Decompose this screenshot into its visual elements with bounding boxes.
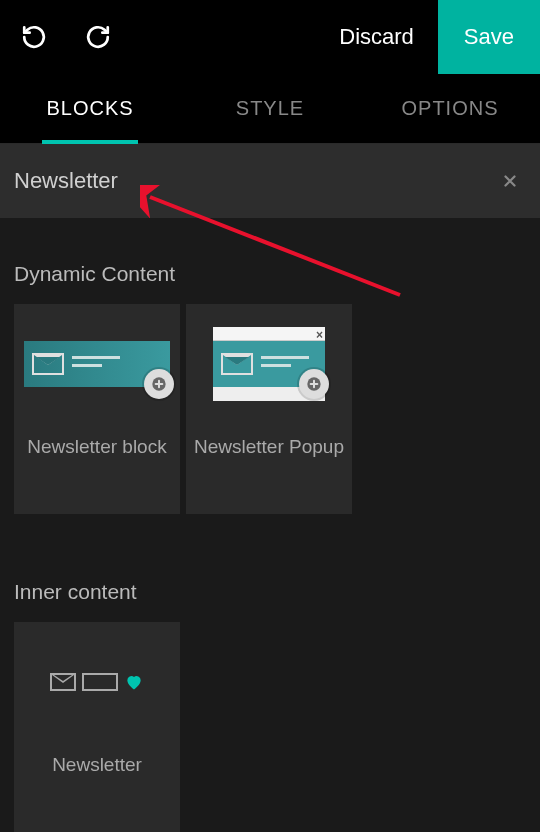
tab-style[interactable]: STYLE bbox=[180, 74, 360, 143]
redo-button[interactable] bbox=[80, 19, 116, 55]
blocks-row: Newsletter bbox=[14, 622, 526, 832]
newsletter-inner-preview bbox=[50, 672, 144, 692]
undo-icon bbox=[21, 24, 47, 50]
heart-icon bbox=[124, 672, 144, 692]
close-icon bbox=[501, 172, 519, 190]
popup-titlebar: × bbox=[213, 327, 325, 341]
block-label: Newsletter Popup bbox=[186, 434, 352, 514]
history-controls bbox=[10, 19, 116, 55]
save-button[interactable]: Save bbox=[438, 0, 540, 74]
add-badge bbox=[299, 369, 329, 399]
section-dynamic-content: Dynamic Content Newsletter block × bbox=[0, 218, 540, 514]
text-lines-icon bbox=[261, 356, 309, 372]
envelope-icon bbox=[32, 353, 64, 375]
block-newsletter-inner[interactable]: Newsletter bbox=[14, 622, 180, 832]
envelope-icon bbox=[221, 353, 253, 375]
plus-icon bbox=[306, 376, 322, 392]
text-lines-icon bbox=[72, 356, 120, 372]
section-inner-content: Inner content Newsletter bbox=[0, 514, 540, 832]
input-icon bbox=[82, 673, 118, 691]
discard-button[interactable]: Discard bbox=[315, 0, 438, 74]
newsletter-block-preview bbox=[24, 341, 170, 387]
search-input[interactable]: Newsletter bbox=[14, 168, 498, 194]
search-bar: Newsletter bbox=[0, 144, 540, 218]
redo-icon bbox=[85, 24, 111, 50]
tab-options[interactable]: OPTIONS bbox=[360, 74, 540, 143]
tab-blocks[interactable]: BLOCKS bbox=[0, 74, 180, 143]
section-title: Inner content bbox=[14, 580, 526, 604]
block-thumb: × bbox=[186, 304, 352, 424]
blocks-row: Newsletter block × Newslette bbox=[14, 304, 526, 514]
section-title: Dynamic Content bbox=[14, 262, 526, 286]
popup-body bbox=[213, 341, 325, 387]
block-thumb bbox=[14, 622, 180, 742]
clear-search-button[interactable] bbox=[498, 169, 522, 193]
undo-button[interactable] bbox=[16, 19, 52, 55]
envelope-icon bbox=[50, 673, 76, 691]
block-label: Newsletter bbox=[44, 752, 150, 832]
add-badge bbox=[144, 369, 174, 399]
block-newsletter-block[interactable]: Newsletter block bbox=[14, 304, 180, 514]
top-toolbar: Discard Save bbox=[0, 0, 540, 74]
block-newsletter-popup[interactable]: × Newsletter Popup bbox=[186, 304, 352, 514]
panel-tabs: BLOCKS STYLE OPTIONS bbox=[0, 74, 540, 144]
block-label: Newsletter block bbox=[19, 434, 174, 514]
plus-icon bbox=[151, 376, 167, 392]
newsletter-popup-preview: × bbox=[213, 327, 325, 401]
block-thumb bbox=[14, 304, 180, 424]
popup-close-icon: × bbox=[316, 328, 323, 342]
